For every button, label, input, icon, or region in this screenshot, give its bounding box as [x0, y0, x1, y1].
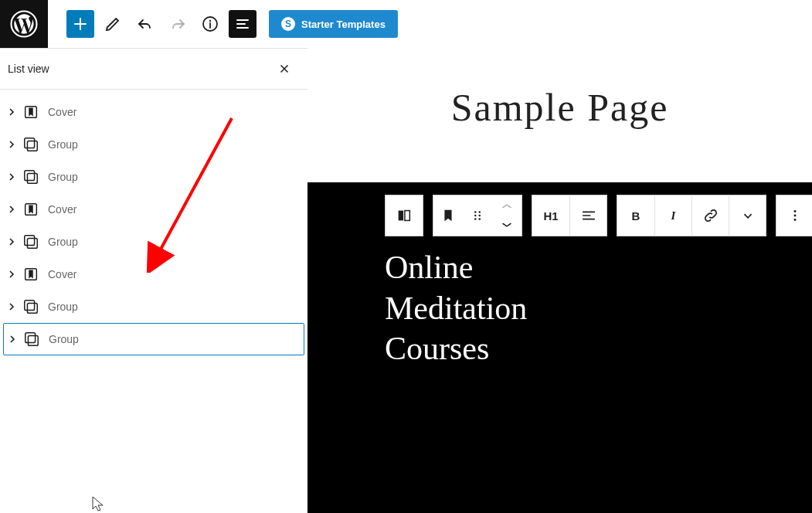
italic-button[interactable]: I: [654, 195, 691, 236]
cover-block-icon: [22, 265, 40, 284]
chevron-right-icon[interactable]: [6, 108, 17, 116]
block-type-button[interactable]: [433, 195, 463, 236]
tree-row-cover[interactable]: Cover: [3, 193, 304, 226]
svg-point-2: [209, 20, 211, 22]
block-label: Cover: [48, 268, 76, 280]
tree-row-group[interactable]: Group: [3, 226, 304, 258]
block-toolbar-segment-3: H1: [532, 195, 607, 236]
link-button[interactable]: [691, 195, 729, 236]
block-label: Group: [48, 301, 78, 313]
svg-rect-15: [28, 335, 38, 345]
svg-rect-13: [27, 303, 37, 313]
italic-label: I: [671, 209, 676, 223]
svg-rect-18: [405, 211, 409, 221]
svg-rect-9: [25, 236, 35, 246]
editor-toolbar: S Starter Templates: [0, 0, 812, 48]
chevron-right-icon[interactable]: [6, 206, 17, 213]
add-block-button[interactable]: [66, 10, 94, 38]
group-block-icon: [22, 168, 40, 186]
wordpress-logo-button[interactable]: [0, 0, 48, 48]
wordpress-icon: [10, 10, 38, 38]
heading-level-button[interactable]: H1: [532, 195, 569, 236]
cursor-icon: [91, 495, 107, 512]
svg-point-26: [794, 215, 797, 217]
block-toolbar-segment-1: [385, 195, 423, 236]
list-view-icon: [233, 15, 252, 33]
svg-rect-4: [25, 138, 35, 148]
bookmark-icon: [440, 207, 457, 224]
list-view-header: List view: [0, 49, 307, 90]
more-formatting-button[interactable]: [729, 195, 766, 236]
group-block-icon: [22, 297, 40, 316]
bold-label: B: [632, 209, 640, 223]
group-block-icon: [22, 135, 40, 154]
svg-point-25: [794, 210, 797, 212]
chevron-down-icon: [498, 216, 515, 233]
cover-block-icon: [22, 103, 40, 121]
redo-icon: [168, 15, 187, 33]
move-block-button[interactable]: [492, 195, 522, 236]
edit-mode-button[interactable]: [99, 10, 127, 38]
chevron-right-icon[interactable]: [6, 303, 17, 311]
starter-templates-label: Starter Templates: [301, 19, 386, 30]
chevron-right-icon[interactable]: [7, 335, 18, 343]
page-title[interactable]: Sample Page: [307, 48, 812, 151]
svg-rect-10: [27, 238, 37, 248]
chevron-right-icon[interactable]: [6, 141, 17, 148]
svg-rect-14: [25, 333, 36, 343]
drag-icon: [469, 207, 486, 224]
svg-point-23: [474, 218, 477, 220]
drag-handle[interactable]: [463, 195, 492, 236]
svg-rect-17: [399, 211, 403, 221]
chevron-right-icon[interactable]: [6, 270, 17, 278]
undo-icon: [136, 15, 155, 33]
heading-level-label: H1: [543, 209, 558, 223]
block-label: Group: [48, 171, 78, 183]
svg-point-22: [478, 215, 481, 217]
tree-row-group[interactable]: Group: [3, 323, 304, 355]
block-label: Cover: [48, 203, 76, 216]
chevron-right-icon[interactable]: [6, 173, 17, 181]
main-area: List view CoverGroupGroupCoverGroupCover…: [0, 48, 812, 513]
tree-row-group[interactable]: Group: [3, 290, 304, 323]
block-label: Group: [48, 236, 78, 248]
bold-button[interactable]: B: [617, 195, 654, 236]
pencil-icon: [104, 15, 122, 33]
undo-button[interactable]: [131, 10, 159, 38]
info-icon: [201, 15, 219, 33]
chevron-right-icon[interactable]: [6, 238, 17, 246]
block-toolbar-segment-4: B I: [617, 195, 766, 236]
list-view-toggle-button[interactable]: [229, 10, 257, 38]
svg-point-27: [794, 219, 797, 221]
tree-row-cover[interactable]: Cover: [3, 258, 304, 290]
svg-rect-12: [25, 301, 35, 311]
cover-heading[interactable]: OnlineMeditationCourses: [385, 247, 527, 369]
group-block-icon: [22, 330, 41, 348]
starter-templates-button[interactable]: S Starter Templates: [269, 10, 398, 38]
svg-rect-6: [25, 171, 35, 181]
close-list-view-button[interactable]: [275, 59, 294, 78]
block-label: Cover: [48, 106, 76, 118]
block-toolbar: H1 B I: [385, 195, 812, 236]
text-align-button[interactable]: [569, 195, 606, 236]
chevron-up-icon: [498, 198, 515, 215]
select-parent-button[interactable]: [386, 195, 423, 236]
block-toolbar-segment-5: [776, 195, 812, 236]
block-options-button[interactable]: [776, 195, 812, 236]
redo-button[interactable]: [164, 10, 192, 38]
svg-rect-7: [27, 173, 37, 183]
plus-icon: [71, 15, 90, 33]
link-icon: [702, 207, 719, 224]
svg-point-20: [478, 211, 481, 213]
tree-row-group[interactable]: Group: [3, 128, 304, 161]
editor-canvas: Sample Page H1: [307, 48, 812, 513]
tree-row-group[interactable]: Group: [3, 161, 304, 193]
svg-rect-5: [27, 141, 37, 151]
list-view-title: List view: [8, 63, 49, 75]
chevron-down-icon: [739, 207, 756, 224]
block-tree: CoverGroupGroupCoverGroupCoverGroupGroup: [0, 90, 307, 362]
info-button[interactable]: [196, 10, 224, 38]
tree-row-cover[interactable]: Cover: [3, 96, 304, 128]
cover-block-icon: [22, 200, 40, 219]
block-label: Group: [48, 138, 78, 151]
